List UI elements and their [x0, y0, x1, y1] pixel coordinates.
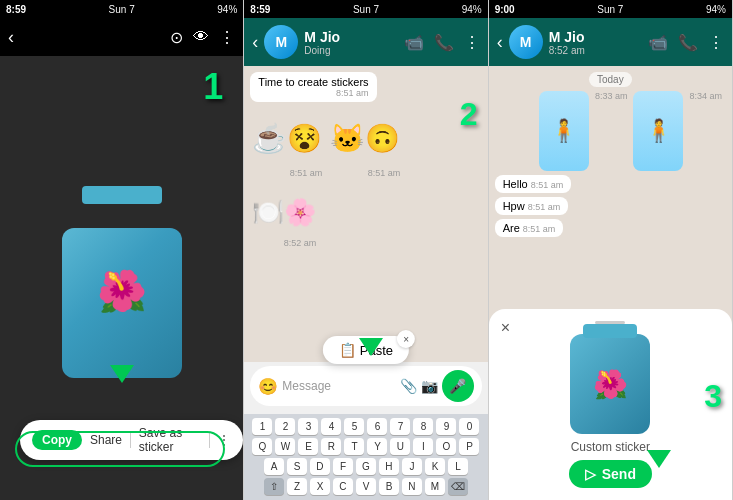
key-s[interactable]: S	[287, 458, 307, 475]
jar-lid	[82, 186, 162, 204]
sticker-row: ☕😵 8:51 am 🐱🙃 8:51 am	[250, 106, 402, 180]
panel-1: 8:59 Sun 7 94% ‹ ⊙ 👁 ⋮ 1 🌺 Copy Sh	[0, 0, 244, 500]
key-t[interactable]: T	[344, 438, 364, 455]
key-j[interactable]: J	[402, 458, 422, 475]
icons-3: 94%	[706, 4, 726, 15]
top-bar-1: ‹ ⊙ 👁 ⋮	[0, 18, 243, 56]
dialog-jar-lid	[583, 324, 637, 338]
key-a[interactable]: A	[264, 458, 284, 475]
sticker-cat: 🐱🙃 8:51 am	[328, 106, 402, 180]
circle-icon: ⊙	[170, 28, 183, 47]
mic-button[interactable]: 🎤	[442, 370, 474, 402]
key-row-q: Q W E R T Y U I O P	[246, 438, 485, 455]
key-q[interactable]: Q	[252, 438, 272, 455]
more-icon[interactable]: ⋮	[219, 28, 235, 47]
key-3[interactable]: 3	[298, 418, 318, 435]
paste-icon: 📋	[339, 342, 356, 358]
time-1: 8:59	[6, 4, 26, 15]
key-6[interactable]: 6	[367, 418, 387, 435]
chat-header-2: ‹ M M Jio Doing 📹 📞 ⋮	[244, 18, 487, 66]
key-e[interactable]: E	[298, 438, 318, 455]
key-l[interactable]: L	[448, 458, 468, 475]
back-icon-2[interactable]: ‹	[252, 32, 258, 53]
camera-icon[interactable]: 📷	[421, 378, 438, 394]
message-input[interactable]: Message	[282, 379, 395, 393]
key-v[interactable]: V	[356, 478, 376, 495]
status-bar-2: 8:59 Sun 7 94%	[244, 0, 487, 18]
key-y[interactable]: Y	[367, 438, 387, 455]
key-9[interactable]: 9	[436, 418, 456, 435]
chat-status-2: Doing	[304, 45, 397, 56]
sticker-cat-img: 🐱🙃	[330, 108, 400, 168]
key-k[interactable]: K	[425, 458, 445, 475]
sticker-cup-img: ☕😵	[252, 108, 322, 168]
key-7[interactable]: 7	[390, 418, 410, 435]
chat-input-row: 😊 Message 📎 📷 🎤	[250, 366, 481, 406]
chat-messages-2: 2 Time to create stickers 8:51 am ☕😵 8:5…	[244, 66, 487, 362]
emoji-icon[interactable]: 😊	[258, 377, 278, 396]
key-n[interactable]: N	[402, 478, 422, 495]
key-c[interactable]: C	[333, 478, 353, 495]
back-icon[interactable]: ‹	[8, 27, 14, 48]
key-x[interactable]: X	[310, 478, 330, 495]
panel-3: 9:00 Sun 7 94% ‹ M M Jio 8:52 am 📹 📞 ⋮ T…	[489, 0, 733, 500]
key-4[interactable]: 4	[321, 418, 341, 435]
key-g[interactable]: G	[356, 458, 376, 475]
key-backspace[interactable]: ⌫	[448, 478, 468, 495]
arrow-down-1	[104, 355, 140, 395]
key-5[interactable]: 5	[344, 418, 364, 435]
status-bar-1: 8:59 Sun 7 94%	[0, 0, 243, 18]
chat-name-area-3: M Jio 8:52 am	[549, 29, 642, 56]
phone-icon-3[interactable]: 📞	[678, 33, 698, 52]
chat-avatar-2: M	[264, 25, 298, 59]
key-row-z: ⇧ Z X C V B N M ⌫	[246, 478, 485, 495]
key-2[interactable]: 2	[275, 418, 295, 435]
send-button[interactable]: ▷ Send	[569, 460, 652, 488]
svg-marker-1	[359, 338, 383, 356]
dialog-jar-image: 🌺	[570, 334, 650, 434]
key-d[interactable]: D	[310, 458, 330, 475]
phone-icon[interactable]: 📞	[434, 33, 454, 52]
battery-2: 94%	[462, 4, 482, 15]
msg-text-1: Time to create stickers	[258, 76, 368, 88]
back-icon-3[interactable]: ‹	[497, 32, 503, 53]
attach-icon[interactable]: 📎	[400, 378, 417, 394]
dialog-close-icon[interactable]: ×	[501, 319, 510, 337]
video-icon-3[interactable]: 📹	[648, 33, 668, 52]
key-0[interactable]: 0	[459, 418, 479, 435]
msg-time-1: 8:51 am	[258, 88, 368, 98]
person-sticker-pair: 🧍 8:33 am 🧍 8:34 am	[539, 91, 722, 171]
key-o[interactable]: O	[436, 438, 456, 455]
key-f[interactable]: F	[333, 458, 353, 475]
key-8[interactable]: 8	[413, 418, 433, 435]
step-2: 2	[460, 96, 478, 133]
key-shift[interactable]: ⇧	[264, 478, 284, 495]
day-1: Sun 7	[109, 4, 135, 15]
arrow-paste	[356, 332, 386, 366]
chat-time-3: 8:52 am	[549, 45, 642, 56]
key-r[interactable]: R	[321, 438, 341, 455]
key-w[interactable]: W	[275, 438, 295, 455]
day-2: Sun 7	[353, 4, 379, 15]
key-1[interactable]: 1	[252, 418, 272, 435]
icons-2: 94%	[462, 4, 482, 15]
dialog-custom-sticker-label: Custom sticker	[571, 440, 650, 454]
dialog-jar-flower: 🌺	[593, 368, 628, 401]
video-icon[interactable]: 📹	[404, 33, 424, 52]
svg-marker-0	[110, 365, 134, 383]
key-p[interactable]: P	[459, 438, 479, 455]
key-h[interactable]: H	[379, 458, 399, 475]
key-i[interactable]: I	[413, 438, 433, 455]
key-b[interactable]: B	[379, 478, 399, 495]
chat-avatar-3: M	[509, 25, 543, 59]
key-z[interactable]: Z	[287, 478, 307, 495]
chat-name-2: M Jio	[304, 29, 397, 45]
more-icon-2[interactable]: ⋮	[464, 33, 480, 52]
key-u[interactable]: U	[390, 438, 410, 455]
sticker-time-p2: 8:34 am	[689, 91, 722, 101]
panel-2: 8:59 Sun 7 94% ‹ M M Jio Doing 📹 📞 ⋮ 2 T…	[244, 0, 488, 500]
key-m[interactable]: M	[425, 478, 445, 495]
day-3: Sun 7	[597, 4, 623, 15]
msg-hello-time: 8:51 am	[531, 180, 564, 190]
more-icon-3[interactable]: ⋮	[708, 33, 724, 52]
